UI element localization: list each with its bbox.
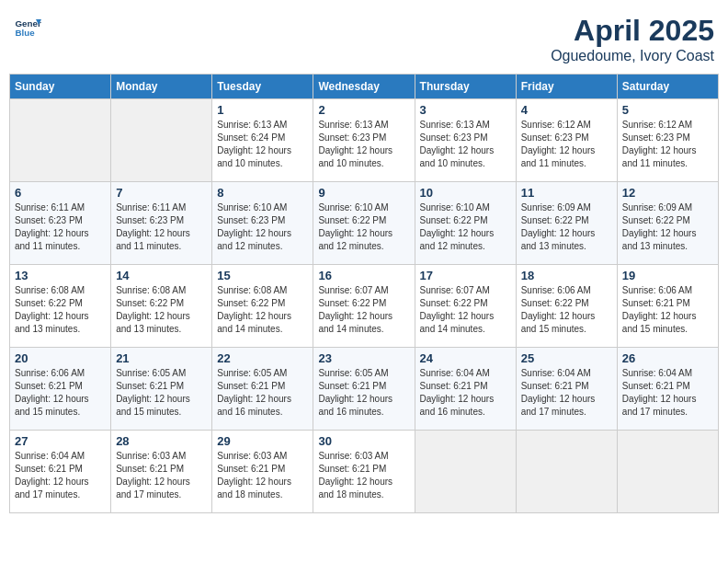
day-number: 23	[318, 351, 409, 365]
logo: General Blue	[14, 14, 41, 41]
calendar-day-cell: 3 Sunrise: 6:13 AMSunset: 6:23 PMDayligh…	[415, 99, 516, 182]
day-number: 3	[420, 103, 511, 117]
calendar-day-cell: 10 Sunrise: 6:10 AMSunset: 6:22 PMDaylig…	[415, 182, 516, 265]
calendar-week-row: 6 Sunrise: 6:11 AMSunset: 6:23 PMDayligh…	[10, 182, 719, 265]
day-info: Sunrise: 6:06 AMSunset: 6:21 PMDaylight:…	[15, 367, 106, 419]
weekday-header-cell: Saturday	[617, 75, 718, 99]
calendar-day-cell	[10, 99, 111, 182]
svg-text:Blue: Blue	[16, 28, 36, 38]
day-info: Sunrise: 6:11 AMSunset: 6:23 PMDaylight:…	[15, 201, 106, 253]
day-number: 4	[521, 103, 612, 117]
day-info: Sunrise: 6:07 AMSunset: 6:22 PMDaylight:…	[420, 284, 511, 336]
day-number: 28	[116, 434, 207, 448]
day-info: Sunrise: 6:13 AMSunset: 6:23 PMDaylight:…	[420, 119, 511, 170]
calendar-day-cell: 15 Sunrise: 6:08 AMSunset: 6:22 PMDaylig…	[212, 265, 313, 348]
weekday-header-cell: Sunday	[10, 75, 111, 99]
calendar-day-cell: 4 Sunrise: 6:12 AMSunset: 6:23 PMDayligh…	[516, 99, 617, 182]
day-info: Sunrise: 6:08 AMSunset: 6:22 PMDaylight:…	[217, 284, 308, 336]
day-number: 20	[15, 351, 106, 365]
day-number: 9	[318, 186, 409, 200]
day-info: Sunrise: 6:03 AMSunset: 6:21 PMDaylight:…	[318, 450, 409, 501]
day-number: 25	[521, 351, 612, 365]
day-info: Sunrise: 6:12 AMSunset: 6:23 PMDaylight:…	[622, 119, 713, 170]
calendar-day-cell: 25 Sunrise: 6:04 AMSunset: 6:21 PMDaylig…	[516, 348, 617, 431]
day-number: 17	[420, 269, 511, 282]
day-info: Sunrise: 6:11 AMSunset: 6:23 PMDaylight:…	[116, 201, 207, 253]
calendar-day-cell: 11 Sunrise: 6:09 AMSunset: 6:22 PMDaylig…	[516, 182, 617, 265]
day-info: Sunrise: 6:09 AMSunset: 6:22 PMDaylight:…	[622, 201, 713, 253]
calendar-day-cell: 23 Sunrise: 6:05 AMSunset: 6:21 PMDaylig…	[313, 348, 415, 431]
day-info: Sunrise: 6:10 AMSunset: 6:22 PMDaylight:…	[420, 201, 511, 253]
calendar-table: SundayMondayTuesdayWednesdayThursdayFrid…	[9, 74, 719, 513]
calendar-day-cell	[516, 431, 617, 513]
day-number: 11	[521, 186, 612, 200]
calendar-day-cell: 19 Sunrise: 6:06 AMSunset: 6:21 PMDaylig…	[617, 265, 718, 348]
calendar-week-row: 1 Sunrise: 6:13 AMSunset: 6:24 PMDayligh…	[10, 99, 719, 182]
calendar-day-cell: 6 Sunrise: 6:11 AMSunset: 6:23 PMDayligh…	[10, 182, 111, 265]
calendar-day-cell	[111, 99, 212, 182]
calendar-day-cell: 27 Sunrise: 6:04 AMSunset: 6:21 PMDaylig…	[10, 431, 111, 513]
calendar-body: 1 Sunrise: 6:13 AMSunset: 6:24 PMDayligh…	[10, 99, 719, 513]
weekday-header-cell: Friday	[516, 75, 617, 99]
day-number: 10	[420, 186, 511, 200]
day-info: Sunrise: 6:13 AMSunset: 6:24 PMDaylight:…	[217, 119, 308, 170]
calendar-day-cell: 18 Sunrise: 6:06 AMSunset: 6:22 PMDaylig…	[516, 265, 617, 348]
weekday-header-cell: Tuesday	[212, 75, 313, 99]
day-info: Sunrise: 6:06 AMSunset: 6:21 PMDaylight:…	[622, 284, 713, 336]
calendar-day-cell: 9 Sunrise: 6:10 AMSunset: 6:22 PMDayligh…	[313, 182, 415, 265]
logo-icon: General Blue	[14, 14, 41, 41]
calendar-week-row: 13 Sunrise: 6:08 AMSunset: 6:22 PMDaylig…	[10, 265, 719, 348]
location-title: Oguedoume, Ivory Coast	[551, 48, 714, 64]
day-number: 26	[622, 351, 713, 365]
day-info: Sunrise: 6:04 AMSunset: 6:21 PMDaylight:…	[420, 367, 511, 419]
calendar-day-cell: 24 Sunrise: 6:04 AMSunset: 6:21 PMDaylig…	[415, 348, 516, 431]
day-number: 30	[318, 434, 409, 448]
calendar-day-cell	[617, 431, 718, 513]
calendar-day-cell: 28 Sunrise: 6:03 AMSunset: 6:21 PMDaylig…	[111, 431, 212, 513]
day-info: Sunrise: 6:04 AMSunset: 6:21 PMDaylight:…	[15, 450, 106, 501]
day-info: Sunrise: 6:05 AMSunset: 6:21 PMDaylight:…	[116, 367, 207, 419]
calendar-day-cell: 5 Sunrise: 6:12 AMSunset: 6:23 PMDayligh…	[617, 99, 718, 182]
weekday-header-cell: Thursday	[415, 75, 516, 99]
day-info: Sunrise: 6:04 AMSunset: 6:21 PMDaylight:…	[521, 367, 612, 419]
day-info: Sunrise: 6:10 AMSunset: 6:23 PMDaylight:…	[217, 201, 308, 253]
calendar-day-cell: 8 Sunrise: 6:10 AMSunset: 6:23 PMDayligh…	[212, 182, 313, 265]
day-number: 1	[217, 103, 308, 117]
day-number: 16	[318, 269, 409, 282]
day-number: 14	[116, 269, 207, 282]
day-info: Sunrise: 6:12 AMSunset: 6:23 PMDaylight:…	[521, 119, 612, 170]
day-number: 7	[116, 186, 207, 200]
month-title: April 2025	[551, 14, 714, 48]
day-info: Sunrise: 6:03 AMSunset: 6:21 PMDaylight:…	[217, 450, 308, 501]
day-info: Sunrise: 6:05 AMSunset: 6:21 PMDaylight:…	[217, 367, 308, 419]
calendar-day-cell: 29 Sunrise: 6:03 AMSunset: 6:21 PMDaylig…	[212, 431, 313, 513]
day-info: Sunrise: 6:10 AMSunset: 6:22 PMDaylight:…	[318, 201, 409, 253]
day-number: 24	[420, 351, 511, 365]
calendar-day-cell: 16 Sunrise: 6:07 AMSunset: 6:22 PMDaylig…	[313, 265, 415, 348]
day-info: Sunrise: 6:08 AMSunset: 6:22 PMDaylight:…	[15, 284, 106, 336]
title-block: April 2025 Oguedoume, Ivory Coast	[551, 14, 714, 64]
day-number: 13	[15, 269, 106, 282]
day-number: 29	[217, 434, 308, 448]
day-info: Sunrise: 6:05 AMSunset: 6:21 PMDaylight:…	[318, 367, 409, 419]
day-info: Sunrise: 6:13 AMSunset: 6:23 PMDaylight:…	[318, 119, 409, 170]
day-number: 8	[217, 186, 308, 200]
day-number: 18	[521, 269, 612, 282]
calendar-day-cell: 14 Sunrise: 6:08 AMSunset: 6:22 PMDaylig…	[111, 265, 212, 348]
calendar-day-cell: 22 Sunrise: 6:05 AMSunset: 6:21 PMDaylig…	[212, 348, 313, 431]
calendar-week-row: 20 Sunrise: 6:06 AMSunset: 6:21 PMDaylig…	[10, 348, 719, 431]
page-header: General Blue April 2025 Oguedoume, Ivory…	[9, 9, 719, 64]
day-info: Sunrise: 6:07 AMSunset: 6:22 PMDaylight:…	[318, 284, 409, 336]
calendar-day-cell: 20 Sunrise: 6:06 AMSunset: 6:21 PMDaylig…	[10, 348, 111, 431]
day-info: Sunrise: 6:08 AMSunset: 6:22 PMDaylight:…	[116, 284, 207, 336]
weekday-header-cell: Monday	[111, 75, 212, 99]
calendar-day-cell: 7 Sunrise: 6:11 AMSunset: 6:23 PMDayligh…	[111, 182, 212, 265]
day-info: Sunrise: 6:03 AMSunset: 6:21 PMDaylight:…	[116, 450, 207, 501]
calendar-day-cell: 1 Sunrise: 6:13 AMSunset: 6:24 PMDayligh…	[212, 99, 313, 182]
day-number: 5	[622, 103, 713, 117]
calendar-day-cell: 21 Sunrise: 6:05 AMSunset: 6:21 PMDaylig…	[111, 348, 212, 431]
day-number: 27	[15, 434, 106, 448]
calendar-week-row: 27 Sunrise: 6:04 AMSunset: 6:21 PMDaylig…	[10, 431, 719, 513]
weekday-header-row: SundayMondayTuesdayWednesdayThursdayFrid…	[10, 75, 719, 99]
calendar-day-cell: 12 Sunrise: 6:09 AMSunset: 6:22 PMDaylig…	[617, 182, 718, 265]
